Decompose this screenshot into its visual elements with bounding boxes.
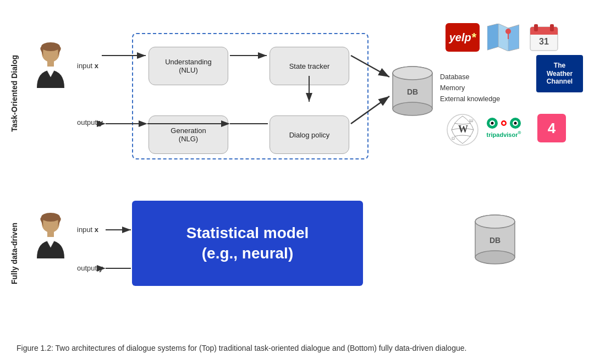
- db-info-line2: Memory: [440, 82, 500, 93]
- svg-rect-2: [47, 61, 54, 67]
- svg-point-27: [503, 122, 505, 125]
- db-cylinder-top: DB: [391, 63, 435, 118]
- svg-rect-17: [550, 24, 554, 31]
- calendar-icon: 31: [527, 23, 561, 52]
- svg-point-5: [393, 102, 432, 115]
- section-label-bottom: Fully data-driven: [10, 223, 19, 284]
- tripadvisor-icon: tripadvisor®: [486, 117, 521, 138]
- svg-point-1: [41, 42, 60, 51]
- db-info-area: Database Memory External knowledge: [440, 71, 500, 104]
- box-nlu: Understanding(NLU): [148, 47, 228, 85]
- weather-channel-icon: TheWeatherChannel: [536, 55, 583, 92]
- box-dialog-policy: Dialog policy: [270, 115, 349, 154]
- svg-point-25: [491, 122, 494, 125]
- svg-marker-10: [487, 24, 498, 50]
- diagram-container: Task-Oriented Dialog input x: [0, 0, 594, 364]
- svg-text:31: 31: [539, 37, 549, 46]
- caption-text: Figure 1.2: Two architectures of dialogu…: [16, 344, 466, 352]
- svg-point-6: [393, 67, 432, 80]
- section-label-top: Task-Oriented Dialog: [10, 55, 19, 132]
- yelp-icon: yelp*: [446, 23, 480, 52]
- svg-text:DB: DB: [407, 87, 418, 96]
- label-input-x-bottom: input x: [77, 225, 98, 234]
- wikipedia-icon: W Ω Ш: [446, 113, 480, 147]
- db-info-line3: External knowledge: [440, 93, 500, 104]
- db-cylinder-bottom: DB: [473, 212, 517, 267]
- box-statistical-model: Statistical model(e.g., neural): [132, 201, 363, 286]
- svg-text:W: W: [458, 124, 468, 135]
- svg-point-54: [475, 251, 515, 264]
- svg-rect-35: [47, 231, 54, 237]
- svg-marker-9: [498, 24, 508, 51]
- svg-text:DB: DB: [490, 236, 501, 245]
- svg-text:Ω: Ω: [452, 136, 455, 141]
- map-icon: [486, 23, 520, 52]
- svg-point-30: [514, 122, 517, 125]
- box-state-tracker: State tracker: [270, 47, 349, 85]
- svg-point-55: [475, 215, 515, 228]
- box-nlg: Generation(NLG): [148, 115, 228, 154]
- svg-point-34: [41, 213, 60, 222]
- foursquare-icon: 4: [536, 113, 566, 143]
- avatar-bottom: [30, 212, 72, 263]
- section-top: Task-Oriented Dialog input x: [0, 11, 594, 181]
- svg-rect-16: [534, 24, 538, 31]
- label-output-y-bottom: output y: [77, 264, 103, 272]
- label-output-y-top: output y: [77, 118, 103, 126]
- svg-text:4: 4: [547, 120, 556, 136]
- figure-caption: Figure 1.2: Two architectures of dialogu…: [16, 343, 578, 354]
- section-bottom: Fully data-driven input x output y Stati…: [0, 190, 594, 311]
- label-input-x-top: input x: [77, 62, 98, 70]
- svg-rect-15: [530, 32, 558, 35]
- db-info-line1: Database: [440, 71, 500, 82]
- svg-text:Ш: Ш: [469, 118, 473, 123]
- avatar-top: [30, 41, 72, 93]
